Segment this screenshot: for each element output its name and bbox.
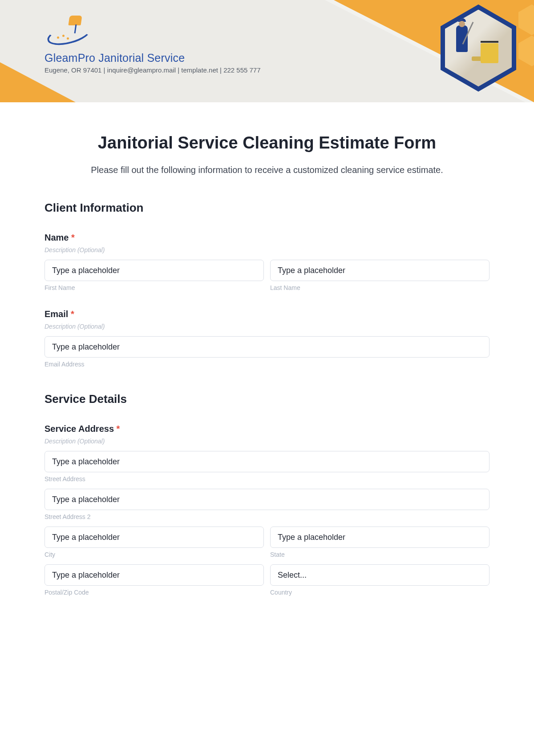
street-address-2-input[interactable] <box>44 489 490 510</box>
field-email: Email * Description (Optional) Email Add… <box>44 309 490 368</box>
state-input[interactable] <box>270 527 490 548</box>
required-indicator: * <box>71 233 75 242</box>
required-indicator: * <box>117 424 120 434</box>
first-name-input[interactable] <box>44 260 264 281</box>
sublabel-street: Street Address <box>44 475 490 483</box>
field-name: Name * Description (Optional) First Name… <box>44 233 490 291</box>
sublabel-postal: Postal/Zip Code <box>44 589 264 596</box>
logo-block: GleamPro Janitorial Service Eugene, OR 9… <box>44 18 261 74</box>
sublabel-first-name: First Name <box>44 284 264 291</box>
company-logo-icon <box>44 18 98 49</box>
field-description: Description (Optional) <box>44 438 490 445</box>
company-name: GleamPro Janitorial Service <box>44 52 261 64</box>
field-description: Description (Optional) <box>44 323 490 330</box>
field-description: Description (Optional) <box>44 246 490 253</box>
name-label: Name * <box>44 233 490 243</box>
email-input[interactable] <box>44 336 490 358</box>
section-service-details: Service Details <box>44 392 490 406</box>
sublabel-country: Country <box>270 589 490 596</box>
form-title: Janitorial Service Cleaning Estimate For… <box>44 133 490 153</box>
street-address-input[interactable] <box>44 451 490 472</box>
email-label: Email * <box>44 309 490 319</box>
form-content: Janitorial Service Cleaning Estimate For… <box>0 102 534 614</box>
address-label: Service Address * <box>44 424 490 434</box>
sublabel-state: State <box>270 551 490 558</box>
sublabel-last-name: Last Name <box>270 284 490 291</box>
label-text: Email <box>44 309 68 319</box>
section-client-info: Client Information <box>44 201 490 215</box>
sublabel-email: Email Address <box>44 361 490 368</box>
company-info: Eugene, OR 97401 | inquire@gleampro.mail… <box>44 66 261 74</box>
sublabel-street2: Street Address 2 <box>44 513 490 520</box>
form-subtitle: Please fill out the following informatio… <box>44 163 490 177</box>
field-service-address: Service Address * Description (Optional)… <box>44 424 490 596</box>
janitor-photo-icon <box>445 10 512 87</box>
header-banner: GleamPro Janitorial Service Eugene, OR 9… <box>0 0 534 102</box>
label-text: Service Address <box>44 424 114 434</box>
city-input[interactable] <box>44 527 264 548</box>
last-name-input[interactable] <box>270 260 490 281</box>
sublabel-city: City <box>44 551 264 558</box>
required-indicator: * <box>71 309 74 319</box>
label-text: Name <box>44 233 69 242</box>
country-select[interactable] <box>270 564 490 586</box>
postal-input[interactable] <box>44 564 264 586</box>
